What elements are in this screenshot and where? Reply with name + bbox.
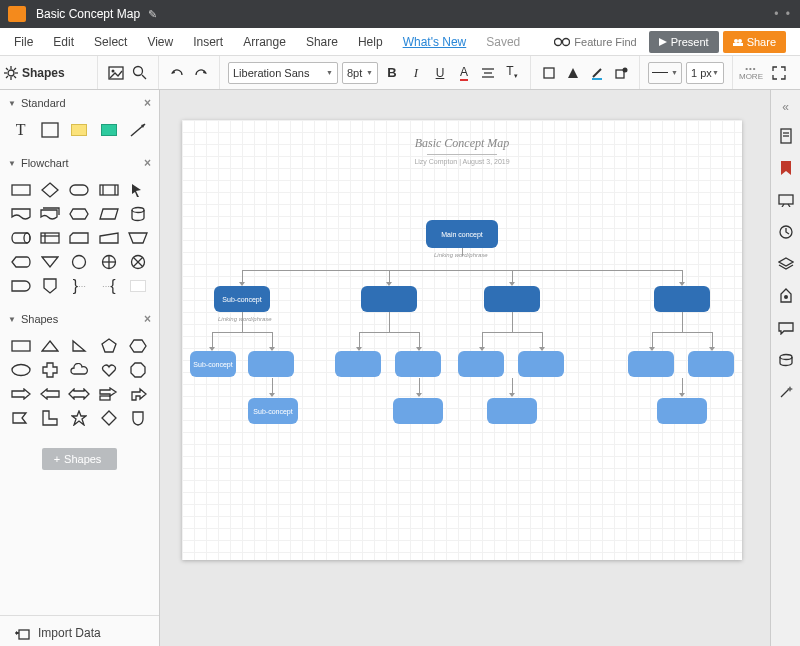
shape-block[interactable] <box>35 118 64 142</box>
align-icon[interactable] <box>477 62 499 84</box>
import-data-button[interactable]: Import Data <box>0 615 159 646</box>
underline-icon[interactable]: U <box>429 62 451 84</box>
node-lvl2[interactable] <box>335 351 381 377</box>
close-category-icon[interactable]: × <box>144 312 151 326</box>
shape-flag[interactable] <box>6 406 35 430</box>
shape-rectangle[interactable] <box>6 334 35 358</box>
shape-brace-right[interactable]: }⋯ <box>65 274 94 298</box>
shape-connector[interactable] <box>65 250 94 274</box>
shape-off-page[interactable] <box>35 274 64 298</box>
shape-manual-op[interactable] <box>124 226 153 250</box>
feature-find[interactable]: Feature Find <box>554 36 636 48</box>
font-size-select[interactable]: 8pt <box>342 62 378 84</box>
comments-icon[interactable] <box>775 317 797 339</box>
shape-callout-arrow[interactable] <box>94 382 123 406</box>
category-flowchart[interactable]: ▼Flowchart× <box>0 150 159 176</box>
share-button[interactable]: Share <box>723 31 786 53</box>
shape-delay[interactable] <box>6 274 35 298</box>
shape-l-shape[interactable] <box>35 406 64 430</box>
node-lvl2[interactable] <box>518 351 564 377</box>
shape-arrow-right[interactable] <box>6 382 35 406</box>
menu-view[interactable]: View <box>147 35 173 49</box>
shape-direct-data[interactable] <box>6 226 35 250</box>
menu-arrange[interactable]: Arrange <box>243 35 286 49</box>
shape-internal[interactable] <box>35 226 64 250</box>
shape-brace-left[interactable]: ⋯{ <box>94 274 123 298</box>
edit-title-icon[interactable]: ✎ <box>148 8 157 21</box>
menu-select[interactable]: Select <box>94 35 127 49</box>
collapse-dock-icon[interactable]: « <box>782 94 789 120</box>
fullscreen-icon[interactable] <box>769 62 790 84</box>
presentation-icon[interactable] <box>775 189 797 211</box>
shape-pentagon[interactable] <box>94 334 123 358</box>
shape-swatch[interactable] <box>124 274 153 298</box>
line-width-select[interactable]: 1 px <box>686 62 724 84</box>
shape-line[interactable] <box>124 118 153 142</box>
node-lvl2[interactable]: Sub-concept <box>190 351 236 377</box>
node-sub-3[interactable] <box>484 286 540 312</box>
page-title[interactable]: Basic Concept Map <box>182 120 742 151</box>
shape-predefined[interactable] <box>94 178 123 202</box>
node-lvl3[interactable] <box>657 398 707 424</box>
shape-octagon[interactable] <box>124 358 153 382</box>
more-tools[interactable]: •••MORE <box>739 65 763 81</box>
category-shapes[interactable]: ▼Shapes× <box>0 306 159 332</box>
font-family-select[interactable]: Liberation Sans <box>228 62 338 84</box>
shape-star[interactable] <box>65 406 94 430</box>
shape-cloud[interactable] <box>65 358 94 382</box>
shape-triangle[interactable] <box>35 334 64 358</box>
shape-ellipse[interactable] <box>6 358 35 382</box>
document-title[interactable]: Basic Concept Map <box>36 7 140 21</box>
shape-note[interactable] <box>65 118 94 142</box>
close-category-icon[interactable]: × <box>144 96 151 110</box>
shape-document[interactable] <box>6 202 35 226</box>
magic-icon[interactable] <box>775 381 797 403</box>
shape-merge[interactable] <box>35 250 64 274</box>
node-lvl2[interactable] <box>458 351 504 377</box>
line-style-select[interactable] <box>648 62 682 84</box>
link-label-1[interactable]: Linking word/phrase <box>434 252 488 258</box>
shape-data[interactable] <box>94 202 123 226</box>
shape-text[interactable]: T <box>6 118 35 142</box>
node-lvl2[interactable] <box>628 351 674 377</box>
page[interactable]: Basic Concept Map Lizy Compton | August … <box>182 120 742 560</box>
shape-hotspot[interactable] <box>94 118 123 142</box>
data-icon[interactable] <box>775 349 797 371</box>
line-color-icon[interactable] <box>586 62 608 84</box>
shape-diamond2[interactable] <box>94 406 123 430</box>
insert-image-icon[interactable] <box>105 62 127 84</box>
node-sub-2[interactable] <box>361 286 417 312</box>
theme-icon[interactable] <box>775 285 797 307</box>
node-sub-1[interactable]: Sub-concept <box>214 286 270 312</box>
shape-terminator[interactable] <box>65 178 94 202</box>
notes-icon[interactable] <box>775 125 797 147</box>
layers-icon[interactable] <box>775 253 797 275</box>
text-options-icon[interactable]: T▾ <box>501 62 523 84</box>
shape-right-triangle[interactable] <box>65 334 94 358</box>
node-lvl2[interactable] <box>248 351 294 377</box>
shape-pointer[interactable] <box>124 178 153 202</box>
shape-preparation[interactable] <box>65 202 94 226</box>
shape-options-icon[interactable] <box>610 62 632 84</box>
present-button[interactable]: Present <box>649 31 719 53</box>
close-category-icon[interactable]: × <box>144 156 151 170</box>
link-label-2[interactable]: Linking word/phrase <box>218 316 272 322</box>
menu-file[interactable]: File <box>14 35 33 49</box>
redo-icon[interactable] <box>190 62 212 84</box>
category-standard[interactable]: ▼Standard× <box>0 90 159 116</box>
shape-arrow-left[interactable] <box>35 382 64 406</box>
bookmark-icon[interactable] <box>775 157 797 179</box>
border-color-icon[interactable] <box>562 62 584 84</box>
shape-bent-arrow[interactable] <box>124 382 153 406</box>
canvas-area[interactable]: Basic Concept Map Lizy Compton | August … <box>160 90 770 646</box>
menu-help[interactable]: Help <box>358 35 383 49</box>
shape-hexagon[interactable] <box>124 334 153 358</box>
shape-or[interactable] <box>124 250 153 274</box>
node-lvl3[interactable] <box>487 398 537 424</box>
menu-edit[interactable]: Edit <box>53 35 74 49</box>
undo-icon[interactable] <box>166 62 188 84</box>
shape-display[interactable] <box>6 250 35 274</box>
fill-color-icon[interactable] <box>538 62 560 84</box>
page-subtitle[interactable]: Lizy Compton | August 3, 2019 <box>182 158 742 165</box>
node-lvl3[interactable]: Sub-concept <box>248 398 298 424</box>
